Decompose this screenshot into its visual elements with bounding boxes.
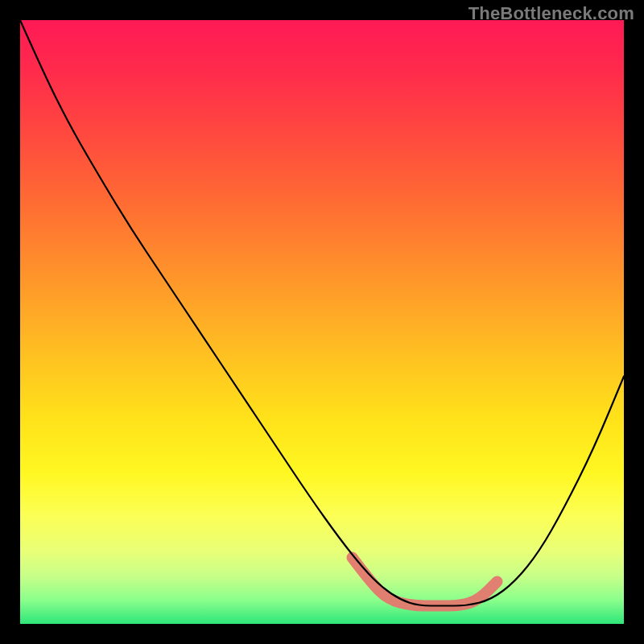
optimal-zone-highlight [353,558,497,606]
bottleneck-curve [20,20,624,606]
chart-svg [20,20,624,624]
plot-area [20,20,624,624]
chart-stage: TheBottleneck.com [0,0,644,644]
